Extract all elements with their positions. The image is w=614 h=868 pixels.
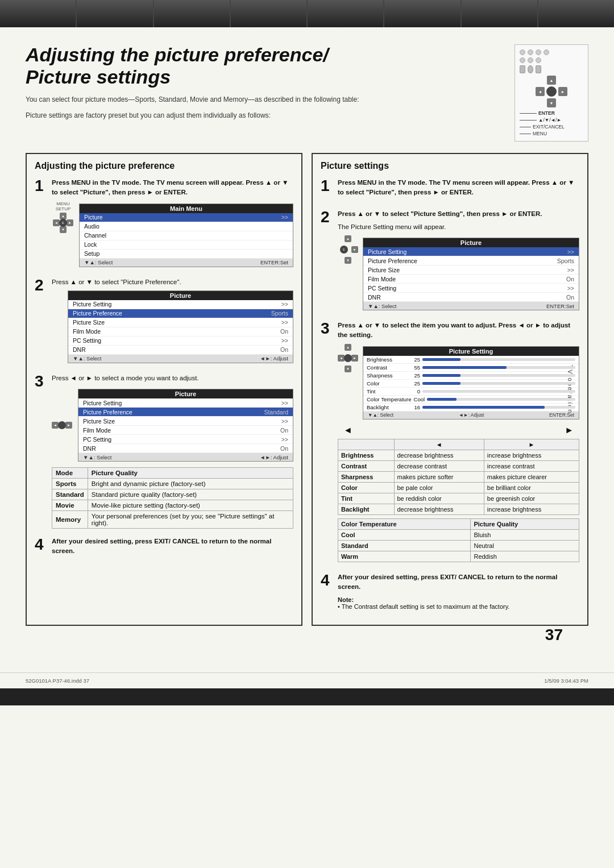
step-text: Press ▲ or ▼ to select the item you want… [338, 321, 579, 340]
step-content: Press MENU in the TV mode. The TV menu s… [52, 178, 293, 269]
table-row: Backlight decrease brightness increase b… [338, 504, 579, 514]
top-bar-segment [384, 0, 461, 27]
color-temp-table: Color Temperature Picture Quality Cool B… [338, 518, 579, 562]
tint-row: Tint 0 [363, 388, 579, 396]
left-step3: 3 Press ◄ or ► to select a mode you want… [35, 373, 293, 529]
menu-row-lock: Lock [80, 240, 293, 250]
picture-setting-box: Picture Setting Brightness 25 Contrast 5… [363, 346, 579, 420]
remote-enter-label: ENTER [538, 110, 555, 116]
step-content: Press ▲ or ▼ to select "Picture Preferen… [52, 277, 293, 366]
menu-row: Picture Size>> [78, 417, 293, 426]
menu-row: PC Setting>> [78, 435, 293, 444]
right-step4: 4 After your desired setting, press EXIT… [321, 572, 579, 610]
sharpness-row: Sharpness 25 [363, 372, 579, 380]
right-column: Picture settings TV operation 1 Press ME… [312, 153, 588, 626]
page-content: Adjusting the picture preference/ Pictur… [0, 27, 614, 672]
menu-footer: ▼▲: Select ◄►: Adjust [68, 355, 293, 363]
remote-diagram: ▲ ▼ ◄ ► ENTER ▲/▼/◄/► [515, 44, 588, 142]
step-number: 4 [35, 537, 47, 560]
menu-row: DNROn [363, 293, 579, 302]
remote-exit-label: EXIT/CANCEL [533, 124, 565, 130]
menu-row-channel: Channel [80, 231, 293, 240]
footer: 52G0101A P37-46.indd 37 1/5/09 3:04:43 P… [0, 672, 614, 688]
header-text: Adjusting the picture preference/ Pictur… [26, 44, 497, 121]
picture-setting-title: Picture Setting [363, 347, 579, 356]
menu-footer: ▼▲: Select ◄►: Adjust [78, 453, 293, 461]
picture-menu1-title: Picture [68, 291, 293, 300]
step-number: 2 [35, 277, 47, 366]
remote-arrows-label: ▲/▼/◄/► [538, 117, 562, 123]
menu-row: Picture Setting>> [363, 247, 579, 256]
table-row: Color be pale color be brilliant color [338, 482, 579, 493]
menu-row: Film ModeOn [68, 327, 293, 337]
table-row: Memory Your personal preferences (set by… [52, 511, 293, 529]
mode-col-header: Mode [52, 468, 88, 479]
left-step4: 4 After your desired setting, press EXIT… [35, 537, 293, 560]
menu-setup-label: MENU SETUP [52, 201, 74, 211]
picture-main-box: Picture Picture Setting>> Picture Prefer… [363, 238, 579, 310]
menu-row: PC Setting>> [363, 284, 579, 293]
table-row: Sports Bright and dynamic picture (facto… [52, 479, 293, 489]
step-content: After your desired setting, press EXIT/ … [338, 572, 579, 610]
note-section: Note: • The Contrast default setting is … [338, 596, 579, 610]
step-text: After your desired setting, press EXIT/ … [338, 572, 579, 592]
menu-row: Film ModeOn [78, 426, 293, 435]
step-text: Press ◄ or ► to select a mode you want t… [52, 373, 293, 383]
step-content: Press MENU in the TV mode. The TV menu s… [338, 178, 579, 201]
table-row: Contrast decrease contrast increase cont… [338, 460, 579, 471]
contrast-row: Contrast 55 [363, 364, 579, 372]
remote-menu-label: MENU [533, 131, 547, 136]
step-text: Press ▲ or ▼ to select "Picture Preferen… [52, 277, 293, 287]
menu-row: Picture Size>> [363, 265, 579, 275]
left-step2: 2 Press ▲ or ▼ to select "Picture Prefer… [35, 277, 293, 366]
table-row: Warm Reddish [338, 551, 579, 562]
menu-footer: ▼▲: Select ENTER:Set [80, 259, 293, 267]
step-text: After your desired setting, press EXIT/ … [52, 537, 293, 556]
brightness-row: Brightness 25 [363, 356, 579, 364]
adjust-arrow-left: ◄ [343, 425, 352, 435]
step-number: 3 [321, 321, 333, 564]
picture-menu1-box: Picture Picture Setting>> Picture Prefer… [68, 290, 293, 363]
table-row: Movie Movie-like picture setting (factor… [52, 500, 293, 511]
top-bar-segment [538, 0, 614, 27]
menu-row: DNROn [68, 346, 293, 355]
top-bar-segment [77, 0, 154, 27]
menu-row: Picture PreferenceSports [363, 256, 579, 265]
step-sub-text: The Picture Setting menu will appear. [338, 222, 579, 232]
top-bar-segment [231, 0, 308, 27]
picture-setting-footer: ▼▲: Select ◄►: Adjust ENTER:Set [363, 412, 579, 419]
footer-right: 1/5/09 3:04:43 PM [544, 678, 588, 684]
picture-main-title: Picture [363, 238, 579, 247]
color-temp-row: Color Temperature Cool [363, 396, 579, 404]
footer-left: 52G0101A P37-46.indd 37 [26, 678, 89, 684]
right-step1: 1 Press MENU in the TV mode. The TV menu… [321, 178, 579, 201]
table-row: Brightness decrease brightness increase … [338, 450, 579, 460]
menu-row: PC Setting>> [68, 337, 293, 346]
picture-menu2-title: Picture [78, 389, 293, 398]
step-number: 4 [321, 572, 333, 610]
step-text: Press MENU in the TV mode. The TV menu s… [52, 178, 293, 198]
menu-row-picture: Picture >> [80, 213, 293, 222]
table-row: Standard Standard picture quality (facto… [52, 489, 293, 500]
main-menu-box: Main Menu Picture >> Audio [79, 203, 293, 267]
table-row: Tint be reddish color be greenish color [338, 493, 579, 504]
top-bar-segment [308, 0, 384, 27]
menu-row: Film ModeOn [363, 275, 579, 284]
step-content: Press ▲ or ▼ to select the item you want… [338, 321, 579, 564]
header-desc2: Picture settings are factory preset but … [26, 110, 497, 121]
quality-col-header: Picture Quality [88, 468, 293, 479]
bottom-bar [0, 688, 614, 705]
page-number: 37 [0, 626, 563, 644]
top-bar-segment [0, 0, 77, 27]
step-content: Press ◄ or ► to select a mode you want t… [52, 373, 293, 529]
table-row: Cool Bluish [338, 529, 579, 540]
main-menu-title: Main Menu [80, 204, 293, 213]
menu-row: Picture PreferenceSports [68, 309, 293, 318]
step-text: Press MENU in the TV mode. The TV menu s… [338, 178, 579, 198]
step-number: 1 [35, 178, 47, 269]
right-step2: 2 Press ▲ or ▼ to select "Picture Settin… [321, 209, 579, 313]
table-row: Standard Neutral [338, 540, 579, 551]
step-content: Press ▲ or ▼ to select "Picture Setting"… [338, 209, 579, 313]
left-column: Adjusting the picture preference 1 Press… [26, 153, 302, 626]
menu-row: Picture Setting>> [68, 300, 293, 309]
